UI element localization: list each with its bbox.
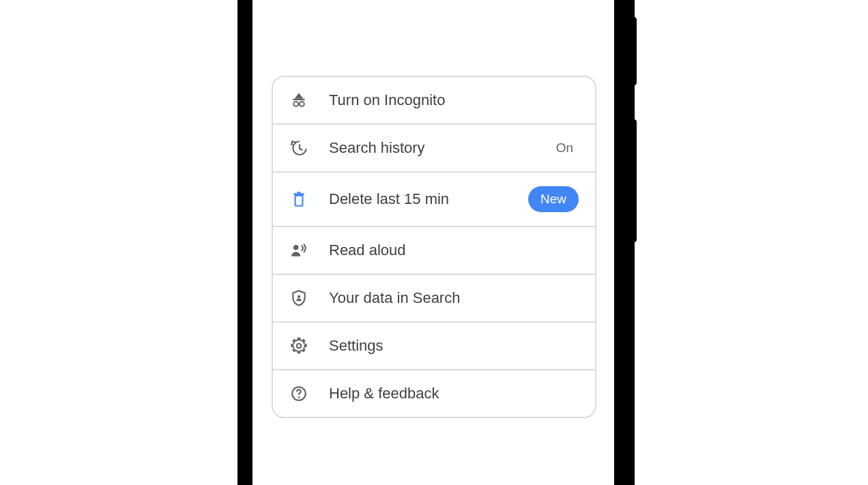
delete-icon — [289, 190, 308, 209]
svg-point-2 — [300, 102, 304, 106]
svg-rect-5 — [293, 193, 304, 195]
phone-side-button-2 — [631, 119, 637, 242]
menu-item-help-feedback[interactable]: Help & feedback — [273, 370, 595, 417]
svg-point-7 — [293, 245, 299, 250]
menu-item-label: Delete last 15 min — [329, 190, 528, 208]
menu-item-incognito[interactable]: Turn on Incognito — [273, 77, 595, 125]
menu-item-your-data[interactable]: Your data in Search — [273, 275, 595, 323]
menu-card: Turn on Incognito Search history On Dele… — [272, 76, 596, 418]
phone-side-button-1 — [631, 17, 637, 85]
menu-item-label: Read aloud — [329, 241, 579, 259]
svg-rect-6 — [297, 192, 300, 193]
svg-point-12 — [298, 396, 300, 398]
svg-point-8 — [298, 295, 300, 298]
menu-item-label: Your data in Search — [329, 289, 579, 307]
privacy-shield-icon — [289, 289, 308, 308]
menu-item-read-aloud[interactable]: Read aloud — [273, 227, 595, 275]
menu-item-status: On — [556, 141, 573, 156]
svg-rect-4 — [295, 196, 303, 206]
svg-point-1 — [293, 102, 298, 106]
svg-rect-0 — [293, 99, 304, 100]
new-badge: New — [528, 186, 579, 212]
history-icon — [289, 138, 308, 158]
help-icon — [289, 384, 308, 403]
menu-item-settings[interactable]: Settings — [273, 323, 595, 370]
settings-icon — [289, 336, 308, 355]
svg-point-9 — [297, 344, 302, 349]
menu-item-search-history[interactable]: Search history On — [273, 125, 595, 173]
menu-item-label: Search history — [329, 139, 556, 157]
menu-item-label: Turn on Incognito — [329, 91, 579, 109]
menu-item-label: Help & feedback — [329, 385, 579, 402]
menu-item-delete-last-15[interactable]: Delete last 15 min New — [273, 173, 595, 227]
read-aloud-icon — [289, 241, 308, 260]
menu-item-label: Settings — [329, 337, 579, 355]
incognito-icon — [289, 91, 308, 110]
